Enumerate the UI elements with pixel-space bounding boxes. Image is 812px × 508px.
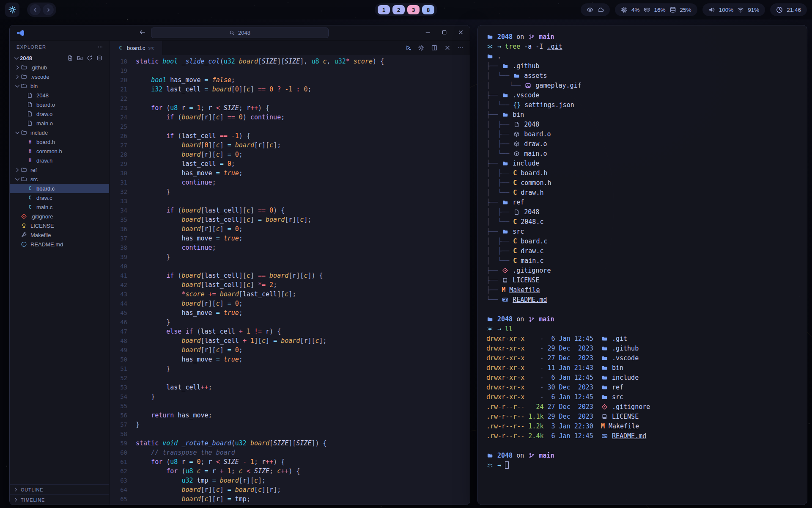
terminal-line: drwxr-xr-x - 6 Jan 12:45 src	[486, 392, 807, 402]
explorer-item-.vscode[interactable]: .vscode	[10, 72, 109, 81]
collapse-all-button[interactable]	[96, 55, 102, 61]
new-file-button[interactable]	[67, 55, 73, 61]
line-number: 53	[110, 383, 136, 392]
next-workspace-button[interactable]	[43, 4, 54, 15]
split-editor-button[interactable]	[431, 44, 438, 51]
timeline-panel[interactable]: TIMELINE	[10, 494, 109, 505]
settings-icon[interactable]	[418, 44, 425, 51]
tab-board-c[interactable]: C board.c src	[110, 41, 162, 55]
new-folder-button[interactable]	[77, 55, 83, 61]
explorer-item-LICENSE[interactable]: LICENSE	[10, 221, 109, 230]
code-line-59: 59static void _rotate_board(u32 board[SI…	[110, 439, 470, 448]
explorer-item-src[interactable]: src	[10, 174, 109, 184]
cpu-icon	[621, 6, 628, 13]
explorer-item-board.h[interactable]: Hboard.h	[10, 137, 109, 146]
terminal-line: 2048 on main	[486, 451, 807, 461]
clock-widget[interactable]: 21:46	[770, 3, 807, 16]
close-icon	[458, 29, 464, 36]
workspace-3[interactable]: 3	[407, 5, 420, 14]
explorer-item-Makefile[interactable]: Makefile	[10, 230, 109, 240]
explorer-item-board.c[interactable]: Cboard.c	[10, 184, 109, 193]
explorer-item-main.o[interactable]: main.o	[10, 119, 109, 128]
file-icon	[27, 120, 35, 127]
terminal-line: .	[486, 52, 807, 61]
code-editor[interactable]: 18static bool _slide_col(u32 board[SIZE]…	[110, 55, 470, 505]
line-number: 19	[110, 66, 136, 75]
board.c-file-icon: C	[27, 185, 35, 192]
md-icon	[502, 297, 509, 303]
code-line-28: 28 board[r][c] = 0;	[110, 150, 470, 159]
explorer-item-draw.h[interactable]: Hdraw.h	[10, 156, 109, 165]
ram-icon	[644, 6, 650, 13]
terminal-line: ├── .gitignore	[486, 266, 807, 276]
chev-right-icon	[14, 74, 21, 80]
gear-icon	[8, 6, 16, 14]
explorer-item-include[interactable]: include	[10, 128, 109, 137]
draw.h-file-icon: H	[27, 157, 35, 164]
folder-icon	[486, 34, 494, 40]
explorer-item-common.h[interactable]: Hcommon.h	[10, 146, 109, 156]
branch-icon	[528, 34, 535, 40]
license-icon	[21, 223, 29, 229]
os-logo-button[interactable]	[5, 3, 19, 17]
maximize-button[interactable]	[441, 29, 447, 37]
line-number: 39	[110, 252, 136, 262]
explorer-item-label: src	[30, 176, 38, 182]
terminal-line: drwxr-xr-x - 27 Dec 2023 .vscode	[486, 353, 807, 363]
nav-back-button[interactable]	[139, 29, 146, 37]
file-icon	[27, 92, 35, 99]
audio-network-widget[interactable]: 100%91%	[702, 3, 765, 16]
branch-icon	[528, 453, 535, 458]
vscode-titlebar: 2048	[10, 25, 470, 41]
terminal-line: │ ├── 2048	[486, 207, 807, 217]
code-line-48: 48 board[last_cell + 1][c] = board[r][c]…	[110, 336, 470, 345]
search-box[interactable]: 2048	[151, 28, 329, 38]
code-line-34: 34 if (board[last_cell][c] == 0) {	[110, 206, 470, 215]
minimize-button[interactable]	[425, 29, 431, 37]
system-stats-widget[interactable]: 4%16%25%	[615, 3, 697, 16]
explorer-item-draw.o[interactable]: draw.o	[10, 109, 109, 119]
explorer-item-README.md[interactable]: README.md	[10, 240, 109, 249]
search-value: 2048	[238, 30, 250, 36]
explorer-item-bin[interactable]: bin	[10, 81, 109, 91]
explorer-item-2048[interactable]: 2048	[10, 91, 109, 100]
refresh-button[interactable]	[87, 55, 93, 61]
terminal-line: ├── .vscode	[486, 91, 807, 100]
chevron-left-icon	[33, 7, 38, 13]
terminal-line: │ ├── C common.h	[486, 178, 807, 188]
code-line-52: 52	[110, 373, 470, 383]
vscode-window[interactable]: 2048 EXPLORER 2048.github.vscodebin2048b…	[9, 25, 470, 505]
prev-workspace-button[interactable]	[30, 4, 41, 15]
explorer-item-main.c[interactable]: Cmain.c	[10, 202, 109, 212]
tab-dir-hint: src	[148, 45, 154, 50]
sidebar-bottom-panels: OUTLINETIMELINE	[10, 484, 109, 505]
terminal-line: ├── ref	[486, 198, 807, 207]
close-editor-button[interactable]	[444, 44, 451, 51]
terminal-line: │ └── main.o	[486, 149, 807, 159]
close-button[interactable]	[458, 29, 464, 37]
audio-network-widget-value: 100%	[719, 7, 734, 13]
workspace-2[interactable]: 2	[392, 5, 405, 14]
code-line-39: 39 }	[110, 252, 470, 262]
snow-icon	[486, 326, 494, 332]
chev-down-icon	[14, 130, 21, 136]
more-actions-button[interactable]	[457, 44, 464, 51]
explorer-item-.github[interactable]: .github	[10, 63, 109, 72]
explorer-item-.gitignore[interactable]: .gitignore	[10, 212, 109, 221]
line-number: 33	[110, 196, 136, 206]
file-icon	[27, 111, 35, 117]
code-line-22: 22	[110, 94, 470, 103]
explorer-item-draw.c[interactable]: Cdraw.c	[10, 193, 109, 202]
weather-widget[interactable]	[581, 3, 610, 16]
explorer-item-label: board.c	[36, 185, 55, 192]
more-icon[interactable]	[97, 44, 103, 50]
workspace-1[interactable]: 1	[378, 5, 390, 14]
disk-icon	[669, 6, 676, 13]
explorer-root-2048[interactable]: 2048	[10, 53, 109, 63]
explorer-item-board.o[interactable]: board.o	[10, 100, 109, 109]
workspace-8[interactable]: 8	[422, 5, 434, 14]
explorer-item-ref[interactable]: ref	[10, 165, 109, 174]
outline-panel[interactable]: OUTLINE	[10, 484, 109, 494]
run-button[interactable]	[405, 44, 411, 51]
terminal-window[interactable]: 2048 on main → tree -a -I .git .├── .git…	[477, 25, 807, 505]
